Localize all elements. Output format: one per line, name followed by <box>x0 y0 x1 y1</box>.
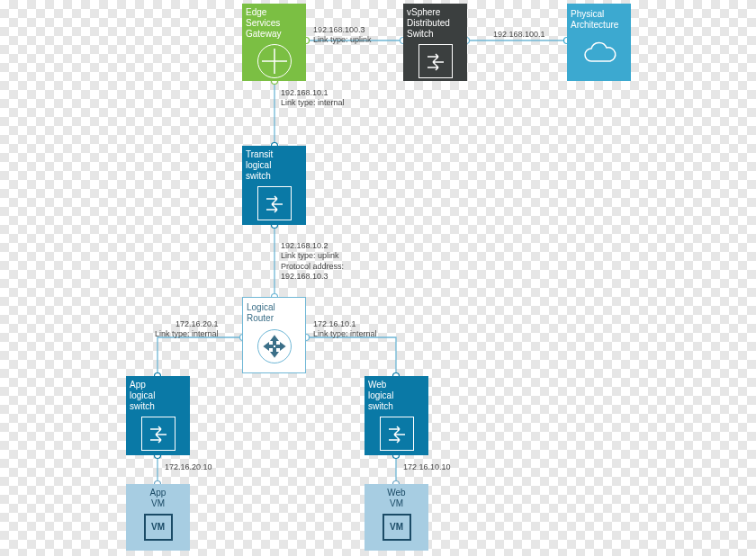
node-app-vm: App VM VM <box>126 484 190 551</box>
label-router-web-type: Link type: internal <box>313 329 377 338</box>
webvm-title-1: Web <box>368 488 425 498</box>
websw-title-1: Web <box>368 380 386 390</box>
label-esg-transit: 192.168.10.1 Link type: internal <box>281 88 345 109</box>
vm-icon: VM <box>144 514 173 541</box>
vds-title-1: vSphere <box>407 7 440 18</box>
label-router-app-ip: 172.16.20.1 <box>176 319 219 328</box>
label-esg-vds-ip: 192.168.100.3 <box>313 25 365 34</box>
label-vds-phys: 192.168.100.1 <box>493 30 545 40</box>
esg-title-1: Edge <box>246 7 266 18</box>
switch-icon <box>257 186 292 220</box>
label-router-app: 172.16.20.1 Link type: internal <box>155 319 219 340</box>
webvm-title-2: VM <box>368 498 425 509</box>
label-router-web-ip: 172.16.10.1 <box>313 319 356 328</box>
label-esg-transit-type: Link type: internal <box>281 98 345 107</box>
appvm-title-2: VM <box>130 498 186 509</box>
node-physical-architecture: Physical Architecture <box>567 4 631 81</box>
label-app-vm: 172.16.20.10 <box>165 462 212 472</box>
vm-icon-label: VM <box>390 522 403 533</box>
appsw-title-1: App <box>130 380 146 390</box>
label-esg-vds: 192.168.100.3 Link type: uplink <box>313 25 372 46</box>
node-logical-router: Logical Router <box>242 297 306 373</box>
switch-icon <box>380 417 414 451</box>
label-transit-router-ip: 192.168.10.2 <box>281 241 328 250</box>
label-web-vm-ip: 172.16.10.10 <box>403 462 451 471</box>
node-web-vm: Web VM VM <box>364 484 428 551</box>
label-transit-router-proto2: 192.168.10.3 <box>281 272 328 281</box>
transit-title-3: switch <box>246 171 271 182</box>
phys-title-1: Physical <box>571 9 604 20</box>
node-vsphere-distributed-switch: vSphere Distributed Switch <box>403 4 467 81</box>
node-edge-services-gateway: Edge Services Gateway <box>242 4 306 81</box>
node-app-logical-switch: App logical switch <box>126 376 190 455</box>
connections <box>0 0 756 556</box>
websw-title-3: switch <box>368 401 393 412</box>
router-title-2: Router <box>247 313 274 324</box>
vm-icon-label: VM <box>151 522 165 533</box>
label-vds-phys-ip: 192.168.100.1 <box>493 30 545 39</box>
label-transit-router: 192.168.10.2 Link type: uplink Protocol … <box>281 241 344 282</box>
appvm-title-1: App <box>130 488 186 498</box>
appsw-title-3: switch <box>130 401 155 412</box>
node-transit-logical-switch: Transit logical switch <box>242 146 306 225</box>
phys-title-2: Architecture <box>571 20 618 31</box>
node-web-logical-switch: Web logical switch <box>364 376 428 455</box>
esg-title-3: Gateway <box>246 29 281 40</box>
esg-title-2: Services <box>246 18 280 29</box>
label-web-vm: 172.16.10.10 <box>403 462 451 472</box>
appsw-title-2: logical <box>130 390 155 401</box>
label-transit-router-proto1: Protocol address: <box>281 262 344 271</box>
vds-title-3: Switch <box>407 29 433 40</box>
label-app-vm-ip: 172.16.20.10 <box>165 462 212 471</box>
router-icon <box>257 329 292 363</box>
label-esg-transit-ip: 192.168.10.1 <box>281 88 328 97</box>
label-router-web: 172.16.10.1 Link type: internal <box>313 319 377 340</box>
cloud-icon <box>579 37 620 73</box>
vm-icon: VM <box>382 514 411 541</box>
gateway-icon <box>257 44 292 78</box>
websw-title-2: logical <box>368 390 393 401</box>
label-router-app-type: Link type: internal <box>155 329 219 338</box>
switch-icon <box>141 417 176 451</box>
transit-title-1: Transit <box>246 149 273 160</box>
switch-icon <box>418 44 453 78</box>
label-esg-vds-type: Link type: uplink <box>313 35 372 44</box>
router-title-1: Logical <box>247 302 275 313</box>
vds-title-2: Distributed <box>407 18 450 29</box>
transit-title-2: logical <box>246 160 271 171</box>
label-transit-router-type: Link type: uplink <box>281 251 339 260</box>
